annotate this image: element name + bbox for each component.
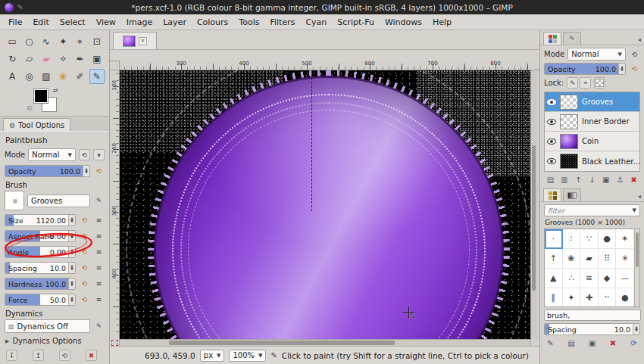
- slider-reset-button[interactable]: ⟲: [79, 247, 90, 258]
- opacity-reset-button[interactable]: ⟲: [93, 166, 105, 177]
- spinner[interactable]: ▲▼: [68, 231, 75, 241]
- horizontal-scrollbar-thumb[interactable]: [169, 341, 395, 345]
- mypaint-brush-tool[interactable]: ❀: [55, 69, 70, 84]
- option-slider[interactable]: Hardness 100.0 ▲▼: [5, 278, 76, 290]
- option-slider[interactable]: Aspect Ratio 0.00 ▲▼: [5, 230, 76, 242]
- slider-reset-button[interactable]: ⟲: [79, 294, 90, 306]
- reset-colors-icon[interactable]: ◱: [27, 105, 33, 111]
- layer-row[interactable]: Inner Border: [545, 112, 639, 132]
- slider-reset-button[interactable]: ⟲: [79, 215, 90, 226]
- paintbrush-tool[interactable]: ✎: [89, 69, 105, 84]
- layer-mode-select[interactable]: Normal ▼: [567, 48, 626, 61]
- quick-mask-toggle[interactable]: [110, 339, 120, 346]
- brush-spacing-slider[interactable]: Spacing 10.0 ▲▼: [544, 323, 640, 335]
- close-image-icon[interactable]: ✕: [139, 37, 147, 45]
- canvas-viewport[interactable]: ✎: [120, 70, 530, 339]
- brush-item[interactable]: ◆: [599, 269, 617, 288]
- layer-thumbnail[interactable]: [560, 114, 578, 129]
- airbrush-tool[interactable]: ✧: [55, 51, 70, 67]
- spinner[interactable]: ▲▼: [68, 215, 75, 226]
- slider-link-button[interactable]: ≡: [93, 294, 105, 306]
- brush-item[interactable]: ∶: [563, 229, 581, 249]
- option-slider[interactable]: Size 1120.00 ▲▼: [5, 214, 76, 226]
- ellipse-select-tool[interactable]: ○: [21, 34, 36, 49]
- free-select-tool[interactable]: ∿: [39, 34, 54, 49]
- menu-item[interactable]: Cyan: [300, 16, 332, 29]
- refresh-brushes-button[interactable]: ⟳: [628, 338, 639, 348]
- spinner[interactable]: ▲▼: [68, 263, 75, 273]
- spinner[interactable]: ▲▼: [68, 278, 75, 289]
- slider-reset-button[interactable]: ⟲: [79, 263, 90, 274]
- visibility-eye-icon[interactable]: [547, 119, 556, 125]
- opacity-slider[interactable]: Opacity 100.0 ▲▼: [5, 165, 90, 177]
- gradient-tool[interactable]: ▨: [39, 69, 54, 84]
- brush-item[interactable]: ·: [545, 229, 563, 249]
- slider-link-button[interactable]: ≡: [93, 278, 105, 290]
- menu-item[interactable]: Windows: [380, 16, 427, 29]
- layer-opacity-reset-button[interactable]: ⟲: [629, 64, 640, 75]
- zoom-select[interactable]: 100% ▼: [229, 350, 266, 362]
- visibility-eye-icon[interactable]: [547, 99, 556, 105]
- slider-link-button[interactable]: ≡: [93, 247, 105, 258]
- perspective-tool[interactable]: ▱: [21, 51, 36, 67]
- brush-item[interactable]: ∵: [580, 229, 599, 249]
- brush-item[interactable]: ●: [616, 288, 634, 307]
- crop-tool[interactable]: ⊡: [89, 34, 105, 49]
- delete-layer-button[interactable]: ✖: [628, 174, 639, 185]
- layer-thumbnail[interactable]: [560, 154, 578, 169]
- fuzzy-select-tool[interactable]: ✦: [55, 34, 70, 49]
- mode-menu-button[interactable]: ▾: [93, 149, 105, 160]
- option-slider[interactable]: Angle 0.00 ▲▼: [5, 246, 76, 258]
- layer-row[interactable]: Black Leather...: [545, 151, 639, 171]
- navigation-button[interactable]: [530, 339, 539, 346]
- tab-layers[interactable]: [543, 32, 561, 45]
- dynamics-options-expander[interactable]: ▶ Dynamics Options: [5, 337, 105, 345]
- brush-item[interactable]: ▰: [580, 249, 599, 269]
- ink-tool[interactable]: ✒: [72, 51, 87, 67]
- brush-item[interactable]: ≋: [580, 269, 599, 288]
- layer-mode-reset-button[interactable]: ⟲: [629, 48, 640, 60]
- layer-row[interactable]: Grooves: [545, 92, 639, 112]
- restore-tool-preset-button[interactable]: ↥: [33, 350, 44, 361]
- duplicate-brush-button[interactable]: ▣: [586, 338, 598, 348]
- menu-item[interactable]: Script-Fu: [332, 16, 380, 29]
- brush-grid-scrollbar[interactable]: [634, 229, 639, 306]
- slider-link-button[interactable]: ≡: [93, 215, 105, 226]
- anchor-layer-button[interactable]: ⚓: [614, 174, 626, 185]
- menu-item[interactable]: View: [91, 16, 121, 29]
- layer-thumbnail[interactable]: [560, 95, 578, 110]
- spinner[interactable]: ▲▼: [618, 64, 625, 74]
- slider-link-button[interactable]: ≡: [93, 231, 105, 242]
- mode-reset-button[interactable]: ⟲: [79, 149, 90, 160]
- slider-link-button[interactable]: ≡: [93, 263, 105, 274]
- brush-item[interactable]: ⠿: [599, 249, 617, 269]
- option-slider[interactable]: Spacing 10.0 ▲▼: [5, 262, 76, 274]
- layer-thumbnail[interactable]: [560, 134, 578, 149]
- delete-tool-preset-button[interactable]: ✖: [86, 350, 97, 361]
- unit-select[interactable]: px ▼: [200, 350, 225, 362]
- dock-menu-icon[interactable]: ◂: [638, 36, 641, 45]
- tool-options-tab[interactable]: ⚙ Tool Options: [3, 118, 70, 132]
- vertical-scrollbar[interactable]: [530, 70, 536, 339]
- color-picker-tool[interactable]: ◎: [21, 69, 36, 84]
- rotate-tool[interactable]: ↻: [5, 51, 20, 67]
- horizontal-scrollbar[interactable]: [120, 339, 530, 346]
- brush-item[interactable]: —: [616, 269, 634, 288]
- brush-item[interactable]: ✚: [580, 288, 599, 307]
- lock-position-button[interactable]: ⌖: [580, 77, 591, 89]
- brush-item[interactable]: ⠒: [599, 288, 617, 307]
- edit-dynamics-icon[interactable]: ✎: [93, 321, 105, 332]
- visibility-eye-icon[interactable]: [547, 138, 556, 145]
- new-layer-button[interactable]: ▤: [545, 174, 556, 185]
- clone-tool[interactable]: ▣: [89, 51, 105, 67]
- menu-item[interactable]: Image: [121, 16, 158, 29]
- brush-item[interactable]: ↑: [545, 249, 563, 269]
- ruler-corner[interactable]: [110, 61, 120, 70]
- horizontal-ruler[interactable]: 300400500600700800: [120, 61, 530, 70]
- vertical-scrollbar-thumb[interactable]: [532, 145, 536, 291]
- menu-item[interactable]: Help: [427, 16, 457, 29]
- brush-item[interactable]: ✳: [616, 249, 634, 269]
- menu-item[interactable]: File: [3, 16, 27, 29]
- save-tool-preset-button[interactable]: ↧: [6, 350, 17, 361]
- spinner[interactable]: ▲▼: [633, 324, 639, 334]
